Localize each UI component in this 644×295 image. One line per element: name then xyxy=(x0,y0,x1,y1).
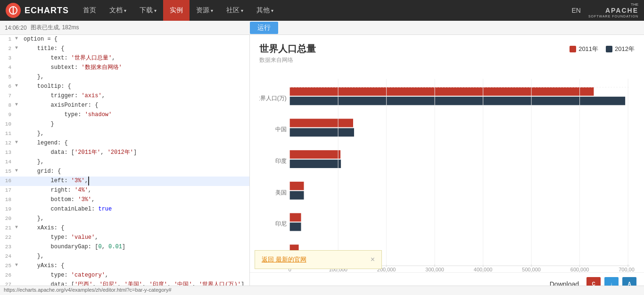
legend-label-2011: 2011年 xyxy=(578,45,598,53)
bar-china-2012 xyxy=(290,128,354,136)
nav-resources[interactable]: 资源 ▾ xyxy=(190,0,220,21)
code-line-24: 24 }, xyxy=(0,252,249,261)
bar-usa-2012 xyxy=(290,191,304,200)
chart-title: 世界人口总量 xyxy=(259,42,316,55)
chart-area: 世界人口(万) 中国 印度 美国 印尼 巴西 xyxy=(259,69,635,277)
chart-subtitle: 数据来自网络 xyxy=(259,56,635,64)
svg-text:500,000: 500,000 xyxy=(522,267,541,272)
code-line-22: 22 type: 'value', xyxy=(0,233,249,243)
nav-right: EN THE APACHE SOFTWARE FOUNDATION xyxy=(571,2,638,19)
svg-text:300,000: 300,000 xyxy=(425,267,444,272)
main-layout: 1▼option = { 2▼ title: { 3 text: '世界人口总量… xyxy=(0,35,644,295)
code-line-5: 5 }, xyxy=(0,73,249,82)
chart-panel: 世界人口总量 2011年 2012年 数据来自网络 世界人口(万) 中国 印度 xyxy=(250,35,644,295)
bar-世界人口万-2012 xyxy=(290,97,625,105)
legend-dot-2011 xyxy=(570,46,576,52)
code-line-6: 6▼ tooltip: { xyxy=(0,82,249,92)
bar-chart-svg: 世界人口(万) 中国 印度 美国 印尼 巴西 xyxy=(259,69,635,277)
code-line-20: 20 }, xyxy=(0,214,249,224)
code-line-23: 23 boundaryGap: [0, 0.01] xyxy=(0,243,249,252)
svg-text:中国: 中国 xyxy=(275,126,287,133)
legend-dot-2012 xyxy=(606,46,612,52)
nav-examples[interactable]: 实例 xyxy=(163,0,190,21)
code-line-8: 8▼ axisPointer: { xyxy=(0,101,249,110)
bar-india-2011 xyxy=(290,150,340,159)
code-line-3: 3 text: '世界人口总量', xyxy=(0,54,249,63)
code-line-7: 7 trigger: 'axis', xyxy=(0,92,249,101)
run-button[interactable]: 运行 xyxy=(250,22,278,34)
code-line-9: 9 type: 'shadow' xyxy=(0,110,249,120)
svg-text:印度: 印度 xyxy=(275,158,287,164)
code-line-15: 15▼ grid: { xyxy=(0,167,249,177)
code-line-4: 4 subtext: '数据来自网络' xyxy=(0,63,249,73)
toast-notification: 返回 最新的官网 × xyxy=(255,250,382,269)
code-line-12: 12▼ legend: { xyxy=(0,139,249,148)
svg-text:世界人口(万): 世界人口(万) xyxy=(259,95,287,101)
toast-close-button[interactable]: × xyxy=(371,255,375,264)
code-line-14: 14 }, xyxy=(0,158,249,167)
code-line-1: 1▼option = { xyxy=(0,35,249,44)
bar-usa-2011 xyxy=(290,182,304,190)
navbar: ECHARTS 首页 文档 ▾ 下载 ▾ 实例 资源 ▾ 社区 ▾ 其他 ▾ E… xyxy=(0,0,644,21)
logo[interactable]: ECHARTS xyxy=(6,3,69,18)
svg-text:美国: 美国 xyxy=(275,189,287,196)
code-editor[interactable]: 1▼option = { 2▼ title: { 3 text: '世界人口总量… xyxy=(0,35,250,295)
nav-community[interactable]: 社区 ▾ xyxy=(220,0,250,21)
code-line-21: 21▼ xAxis: { xyxy=(0,224,249,233)
nav-docs[interactable]: 文档 ▾ xyxy=(103,0,133,21)
legend-2011: 2011年 xyxy=(570,45,598,53)
toast-message[interactable]: 返回 最新的官网 xyxy=(262,255,306,264)
lang-switch[interactable]: EN xyxy=(571,7,580,14)
bar-世界人口万-2011 xyxy=(290,87,594,96)
url-bar: https://echarts.apache.org/v4/examples/z… xyxy=(0,286,644,295)
bar-indonesia-2012 xyxy=(290,222,301,231)
status-time: 14:06:20 xyxy=(5,25,27,31)
svg-text:400,000: 400,000 xyxy=(474,267,493,272)
code-line-13: 13 data: ['2011年', '2012年'] xyxy=(0,148,249,158)
legend-2012: 2012年 xyxy=(606,45,635,53)
legend-label-2012: 2012年 xyxy=(615,45,635,53)
svg-text:600,000: 600,000 xyxy=(570,267,589,272)
code-line-2: 2▼ title: { xyxy=(0,44,249,54)
code-line-19: 19 containLabel: true xyxy=(0,205,249,214)
nav-download[interactable]: 下载 ▾ xyxy=(133,0,163,21)
status-message: 图表已生成, 182ms xyxy=(31,24,79,32)
apache-logo: THE APACHE SOFTWARE FOUNDATION xyxy=(588,2,638,19)
logo-icon xyxy=(6,3,21,18)
code-line-25: 25▼ yAxis: { xyxy=(0,261,249,271)
nav-home[interactable]: 首页 xyxy=(76,0,103,21)
code-line-11: 11 }, xyxy=(0,129,249,139)
bar-china-2011 xyxy=(290,119,353,127)
nav-other[interactable]: 其他 ▾ xyxy=(250,0,280,21)
code-line-17: 17 right: '4%', xyxy=(0,186,249,195)
svg-text:700,000: 700,000 xyxy=(619,267,635,272)
code-line-18: 18 bottom: '3%', xyxy=(0,195,249,205)
editor-status: 14:06:20 图表已生成, 182ms xyxy=(0,24,250,32)
chart-header: 世界人口总量 2011年 2012年 xyxy=(259,42,635,55)
url-text: https://echarts.apache.org/v4/examples/z… xyxy=(4,287,172,293)
bar-india-2012 xyxy=(290,160,341,168)
code-line-26: 26 type: 'category', xyxy=(0,271,249,280)
bar-indonesia-2011 xyxy=(290,213,301,222)
svg-text:印尼: 印尼 xyxy=(275,220,287,227)
code-line-16: 16 left: '3%',| xyxy=(0,177,249,186)
chart-legend: 2011年 2012年 xyxy=(570,45,635,53)
code-line-10: 10 } xyxy=(0,120,249,129)
logo-text: ECHARTS xyxy=(25,6,69,16)
